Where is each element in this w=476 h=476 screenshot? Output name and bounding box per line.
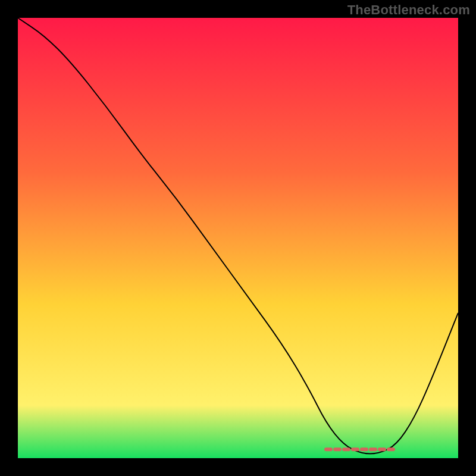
bottleneck-plot <box>0 0 476 476</box>
plot-background <box>18 18 458 458</box>
chart-container: { "watermark": "TheBottleneck.com", "col… <box>0 0 476 476</box>
watermark-text: TheBottleneck.com <box>347 2 470 18</box>
